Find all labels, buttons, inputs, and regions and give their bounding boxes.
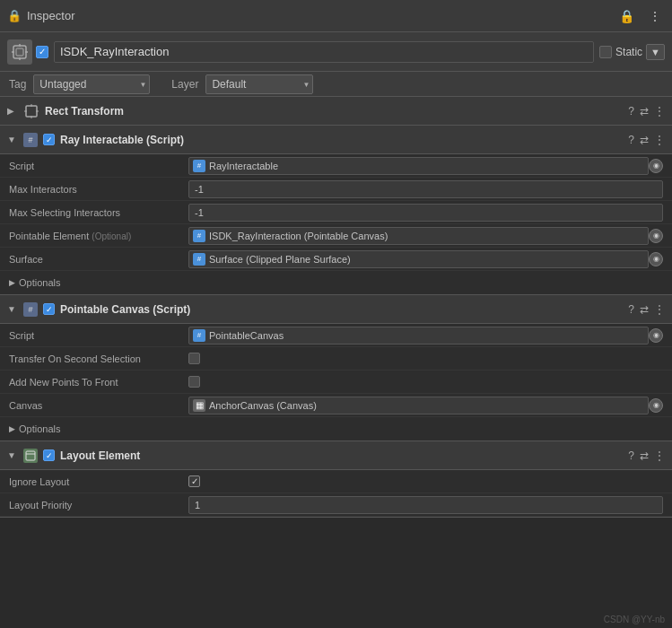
help-icon-ray[interactable]: ?: [628, 134, 634, 146]
expand-arrow-ray: ▼: [7, 135, 18, 144]
prop-label-script-ray: Script: [9, 161, 188, 171]
optionals-label-ray: Optionals: [19, 277, 60, 288]
inspector-header-right: 🔒 ⋮: [615, 7, 665, 25]
prop-field-canvas: ▦ AnchorCanvas (Canvas): [188, 397, 649, 414]
settings-icon-canvas[interactable]: ⇄: [640, 303, 649, 316]
optionals-arrow-ray: ▶: [9, 278, 15, 287]
prop-row-script-canvas: Script # PointableCanvas ◉: [0, 324, 672, 347]
pointable-canvas-header-icons: ? ⇄ ⋮: [628, 303, 665, 316]
ray-interactable-icon: #: [23, 133, 38, 147]
prop-row-add-points: Add New Points To Front: [0, 371, 672, 394]
prop-object-icon-canvas: ▦: [193, 399, 205, 412]
prop-field-surface: # Surface (Clipped Plane Surface): [188, 250, 649, 268]
layer-label: Layer: [171, 78, 198, 91]
prop-field-script-ray: # RayInteractable: [188, 157, 649, 175]
optionals-label-canvas: Optionals: [19, 423, 60, 434]
object-name-input[interactable]: [54, 41, 594, 63]
tag-select-wrapper: Untagged: [33, 74, 150, 94]
layout-element-header-icons: ? ⇄ ⋮: [628, 449, 665, 462]
prop-field-pointable-element: # ISDK_RayInteraction (Pointable Canvas): [188, 227, 649, 245]
ray-interactable-title: Ray Interactable (Script): [60, 134, 623, 146]
prop-circle-btn-surface[interactable]: ◉: [649, 252, 663, 266]
rect-transform-title: Rect Transform: [45, 105, 623, 118]
prop-circle-btn-script-ray[interactable]: ◉: [649, 159, 663, 173]
settings-icon-rect[interactable]: ⇄: [640, 105, 649, 118]
layout-element-checkbox[interactable]: ✓: [43, 449, 55, 461]
prop-label-transfer-second: Transfer On Second Selection: [9, 353, 188, 364]
layer-select-wrapper: Default: [205, 74, 313, 94]
checkbox-add-points[interactable]: [188, 376, 200, 388]
prop-label-canvas-field: Canvas: [9, 400, 188, 411]
expand-arrow-canvas: ▼: [7, 304, 18, 314]
prop-circle-btn-canvas[interactable]: ◉: [649, 398, 663, 413]
static-row: Static ▼: [599, 44, 665, 60]
optionals-arrow-canvas: ▶: [9, 424, 15, 433]
tag-label: Tag: [9, 78, 26, 91]
help-icon-canvas[interactable]: ?: [628, 303, 634, 316]
object-icon: [7, 39, 32, 65]
svg-rect-6: [26, 106, 37, 117]
static-dropdown[interactable]: ▼: [646, 44, 665, 60]
prop-label-surface: Surface: [9, 254, 188, 265]
settings-icon-ray[interactable]: ⇄: [640, 134, 649, 146]
prop-object-icon-pointable: #: [193, 230, 205, 242]
prop-row-max-selecting: Max Selecting Interactors: [0, 201, 672, 224]
prop-object-text-script-canvas: PointableCanvas: [209, 330, 644, 341]
pointable-canvas-icon: #: [23, 302, 38, 317]
layer-select[interactable]: Default: [205, 74, 313, 94]
more-button[interactable]: ⋮: [645, 7, 665, 25]
prop-object-text-script-ray: RayInteractable: [209, 161, 644, 171]
tag-select[interactable]: Untagged: [33, 74, 150, 94]
ray-interactable-header-icons: ? ⇄ ⋮: [628, 134, 665, 146]
ray-interactable-checkbox[interactable]: ✓: [43, 134, 55, 145]
checkbox-ignore-layout[interactable]: ✓: [188, 475, 200, 487]
tag-layer-row: Tag Untagged Layer Default: [0, 72, 672, 97]
layout-element-icon: [23, 449, 38, 463]
optionals-row-canvas[interactable]: ▶ Optionals: [0, 417, 672, 440]
more-icon-ray[interactable]: ⋮: [654, 134, 665, 146]
prop-input-max-interactors[interactable]: [188, 180, 663, 198]
prop-row-layout-priority: Layout Priority: [0, 493, 672, 517]
pointable-canvas-body: Script # PointableCanvas ◉ Transfer On S…: [0, 324, 672, 441]
more-icon-canvas[interactable]: ⋮: [654, 303, 665, 316]
prop-label-script-canvas: Script: [9, 330, 188, 341]
component-header-ray-interactable[interactable]: ▼ # ✓ Ray Interactable (Script) ? ⇄ ⋮: [0, 126, 672, 154]
help-icon-layout[interactable]: ?: [628, 449, 634, 462]
prop-object-text-surface: Surface (Clipped Plane Surface): [209, 254, 644, 265]
prop-row-surface: Surface # Surface (Clipped Plane Surface…: [0, 248, 672, 271]
prop-row-script-ray: Script # RayInteractable ◉: [0, 154, 672, 178]
object-enabled-checkbox[interactable]: ✓: [36, 46, 48, 58]
svg-rect-1: [16, 48, 23, 56]
checkbox-transfer-second[interactable]: [188, 353, 200, 364]
prop-row-transfer-second: Transfer On Second Selection: [0, 347, 672, 371]
component-header-layout-element[interactable]: ▼ ✓ Layout Element ? ⇄ ⋮: [0, 441, 672, 470]
more-icon-layout[interactable]: ⋮: [654, 449, 665, 462]
more-icon-rect[interactable]: ⋮: [654, 105, 665, 118]
expand-arrow-layout: ▼: [7, 450, 18, 460]
prop-object-text-canvas: AnchorCanvas (Canvas): [209, 400, 644, 411]
static-checkbox[interactable]: [599, 46, 612, 58]
pointable-canvas-title: Pointable Canvas (Script): [60, 303, 623, 316]
component-header-rect-transform[interactable]: ▶ Rect Transform ? ⇄ ⋮: [0, 97, 672, 126]
help-icon-rect[interactable]: ?: [628, 105, 634, 118]
prop-circle-btn-pointable[interactable]: ◉: [649, 229, 663, 243]
pointable-canvas-checkbox[interactable]: ✓: [43, 303, 55, 315]
prop-row-pointable-element: Pointable Element (Optional) # ISDK_RayI…: [0, 224, 672, 248]
prop-input-max-selecting[interactable]: [188, 204, 663, 222]
prop-row-max-interactors: Max Interactors: [0, 178, 672, 201]
prop-label-add-points: Add New Points To Front: [9, 377, 188, 388]
prop-label-max-selecting: Max Selecting Interactors: [9, 207, 188, 218]
prop-circle-btn-script-canvas[interactable]: ◉: [649, 328, 663, 343]
prop-row-ignore-layout: Ignore Layout ✓: [0, 470, 672, 493]
component-header-pointable-canvas[interactable]: ▼ # ✓ Pointable Canvas (Script) ? ⇄ ⋮: [0, 295, 672, 324]
optionals-row-ray[interactable]: ▶ Optionals: [0, 271, 672, 294]
lock-button[interactable]: 🔒: [615, 7, 638, 25]
inspector-header-left: 🔒 Inspector: [7, 9, 74, 22]
settings-icon-layout[interactable]: ⇄: [640, 449, 649, 462]
prop-object-icon-script-canvas: #: [193, 329, 205, 342]
prop-object-text-pointable: ISDK_RayInteraction (Pointable Canvas): [209, 231, 644, 241]
inspector-title: Inspector: [27, 9, 74, 22]
prop-input-layout-priority[interactable]: [188, 496, 663, 514]
prop-object-icon-surface: #: [193, 253, 205, 266]
rect-transform-header-icons: ? ⇄ ⋮: [628, 105, 665, 118]
